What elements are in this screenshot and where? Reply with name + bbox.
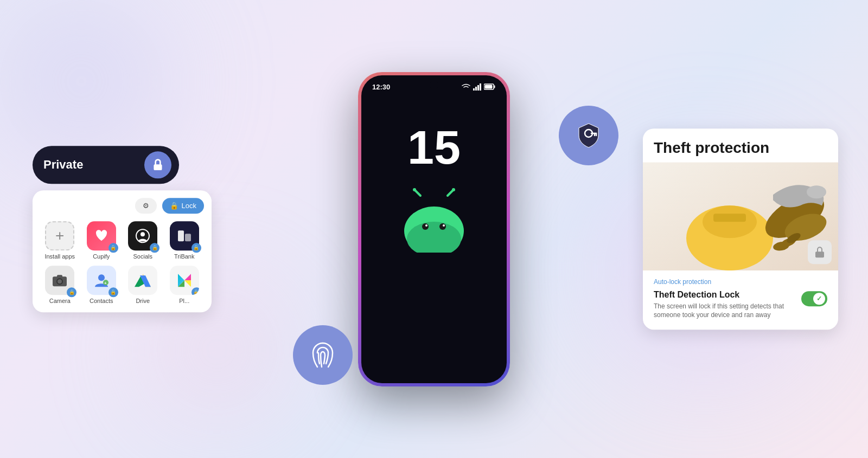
svg-point-2 <box>141 232 145 236</box>
theft-setting-desc: The screen will lock if this setting det… <box>654 302 795 320</box>
battery-icon <box>484 83 496 90</box>
list-item[interactable]: 🔒 Pl... <box>165 266 205 305</box>
lock-icon <box>151 158 165 172</box>
left-panel: Private ⚙ 🔒 Lock + Install apps <box>33 146 212 312</box>
app-lock-badge-socials: 🔒 <box>150 243 159 253</box>
svg-rect-17 <box>477 85 479 91</box>
app-lock-badge-camera: 🔒 <box>67 287 76 297</box>
list-item[interactable]: 🔒 Socials <box>123 221 163 260</box>
drive-svg <box>133 272 152 288</box>
svg-point-28 <box>422 223 429 230</box>
svg-line-22 <box>415 190 420 196</box>
phone-clock-display: 15 <box>407 124 461 171</box>
apps-card: ⚙ 🔒 Lock + Install apps 🔒 Cu <box>33 190 212 312</box>
svg-point-31 <box>443 224 445 227</box>
app-icon-drive <box>128 266 157 295</box>
svg-point-30 <box>425 224 427 227</box>
phone-screen: 12:30 <box>361 75 507 383</box>
svg-rect-20 <box>494 86 495 88</box>
svg-text:+: + <box>104 281 107 286</box>
private-label: Private <box>43 158 138 172</box>
lock-button-label: Lock <box>182 202 196 210</box>
signal-icon <box>473 83 482 91</box>
app-lock-badge: 🔒 <box>108 243 118 253</box>
fingerprint-circle <box>293 325 353 385</box>
svg-point-25 <box>452 188 455 191</box>
camera-svg <box>52 272 68 288</box>
theft-section-label: Auto-lock protection <box>654 278 827 286</box>
theft-lock-overlay-icon <box>808 240 832 264</box>
svg-rect-21 <box>485 85 493 89</box>
app-name-contacts: Contacts <box>90 298 113 305</box>
cupify-svg <box>93 228 110 244</box>
phone-outer-shell: 12:30 <box>358 72 510 386</box>
app-icon-install: + <box>45 221 74 250</box>
list-item[interactable]: 🔒 Camera <box>40 266 80 305</box>
settings-button[interactable]: ⚙ <box>135 198 157 214</box>
svg-point-24 <box>413 188 416 191</box>
list-item[interactable]: Drive <box>123 266 163 305</box>
theft-illustration-area <box>643 162 838 270</box>
list-item[interactable]: 🔒 TriBank <box>165 221 205 260</box>
svg-point-9 <box>98 274 105 281</box>
theft-protection-card: Theft protection <box>643 128 838 330</box>
svg-rect-8 <box>57 275 62 278</box>
android-mascot-svg <box>391 188 477 253</box>
app-lock-badge-contacts: 🔒 <box>108 287 118 297</box>
phone-status-bar: 12:30 <box>361 75 507 91</box>
phone-status-icons <box>461 83 496 91</box>
svg-rect-46 <box>815 251 824 257</box>
app-name-tribank: TriBank <box>174 253 195 260</box>
svg-point-7 <box>58 279 62 283</box>
app-icon-contacts: + 🔒 <box>87 266 116 295</box>
theft-protection-panel: Theft protection <box>643 128 838 330</box>
socials-svg <box>134 227 151 244</box>
contacts-svg: + <box>93 272 110 289</box>
phone-camera-notch <box>430 81 438 89</box>
phone-device: 12:30 <box>358 72 510 386</box>
fingerprint-icon <box>307 339 339 371</box>
tribank-svg <box>176 227 193 244</box>
app-lock-badge-tribank: 🔒 <box>192 243 201 253</box>
svg-point-42 <box>807 185 826 198</box>
shield-key-icon <box>572 119 605 152</box>
apps-card-header: ⚙ 🔒 Lock <box>40 198 204 214</box>
lock-button[interactable]: 🔒 Lock <box>162 198 204 214</box>
svg-rect-39 <box>713 214 746 222</box>
theft-setting-text: Theft Detection Lock The screen will loc… <box>654 290 795 320</box>
apps-grid: + Install apps 🔒 Cupify <box>40 221 204 305</box>
app-icon-camera: 🔒 <box>45 266 74 295</box>
phone-time: 12:30 <box>372 83 390 91</box>
app-name-drive: Drive <box>136 298 150 305</box>
app-lock-badge-play: 🔒 <box>192 287 199 295</box>
settings-icon: ⚙ <box>143 202 149 210</box>
app-name-cupify: Cupify <box>93 253 110 260</box>
android-mascot <box>391 188 477 253</box>
svg-line-23 <box>448 190 453 196</box>
list-item[interactable]: + Install apps <box>40 221 80 260</box>
theft-setting-row: Theft Detection Lock The screen will loc… <box>654 290 827 320</box>
lock-icon-btn: 🔒 <box>170 202 178 210</box>
svg-point-29 <box>439 223 446 230</box>
lock-overlay-svg <box>813 246 826 259</box>
app-icon-cupify: 🔒 <box>87 221 116 250</box>
theft-setting-title: Theft Detection Lock <box>654 290 795 300</box>
theft-detection-toggle[interactable] <box>801 291 827 306</box>
play-svg <box>175 271 194 289</box>
svg-rect-3 <box>178 230 184 241</box>
svg-rect-0 <box>154 164 162 170</box>
theft-protection-title: Theft protection <box>643 128 838 157</box>
app-icon-tribank: 🔒 <box>170 221 199 250</box>
app-icon-socials: 🔒 <box>128 221 157 250</box>
app-name-install: Install apps <box>44 253 75 260</box>
app-name-socials: Socials <box>133 253 152 260</box>
svg-rect-18 <box>480 83 481 91</box>
list-item[interactable]: + 🔒 Contacts <box>82 266 122 305</box>
theft-card-bottom: Auto-lock protection Theft Detection Loc… <box>643 270 838 330</box>
app-name-play: Pl... <box>179 298 189 305</box>
list-item[interactable]: 🔒 Cupify <box>82 221 122 260</box>
app-icon-play: 🔒 <box>170 266 199 295</box>
app-name-camera: Camera <box>49 298 71 305</box>
svg-rect-16 <box>475 87 477 91</box>
private-lock-button[interactable] <box>144 151 171 178</box>
